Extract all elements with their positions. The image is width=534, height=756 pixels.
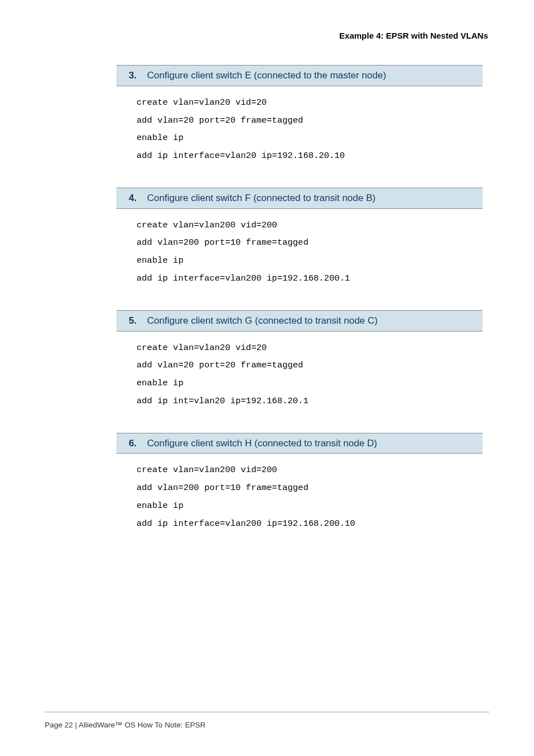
- step-heading-3: 3. Configure client switch E (connected …: [116, 65, 483, 86]
- step-number: 3.: [129, 69, 144, 82]
- code-block-4: create vlan=vlan200 vid=200 add vlan=200…: [116, 209, 483, 296]
- step-title: Configure client switch F (connected to …: [147, 193, 376, 203]
- step-heading-4: 4. Configure client switch F (connected …: [116, 188, 483, 209]
- step-heading-6: 6. Configure client switch H (connected …: [116, 433, 483, 454]
- code-block-3: create vlan=vlan20 vid=20 add vlan=20 po…: [116, 86, 483, 173]
- footer-rule: [45, 712, 489, 712]
- step-heading-5: 5. Configure client switch G (connected …: [116, 310, 483, 332]
- step-title: Configure client switch E (connected to …: [147, 70, 386, 81]
- code-block-6: create vlan=vlan200 vid=200 add vlan=200…: [116, 454, 483, 540]
- code-block-5: create vlan=vlan20 vid=20 add vlan=20 po…: [116, 332, 483, 418]
- header-title: Example 4: EPSR with Nested VLANs: [45, 31, 489, 40]
- step-title: Configure client switch H (connected to …: [147, 438, 377, 449]
- step-number: 6.: [129, 437, 144, 450]
- step-number: 4.: [129, 192, 144, 205]
- footer-text: Page 22 | AlliedWare™ OS How To Note: EP…: [45, 721, 205, 729]
- content-area: 3. Configure client switch E (connected …: [116, 65, 483, 540]
- step-number: 5.: [129, 314, 144, 328]
- page: Example 4: EPSR with Nested VLANs 3. Con…: [0, 0, 534, 756]
- step-title: Configure client switch G (connected to …: [147, 315, 378, 326]
